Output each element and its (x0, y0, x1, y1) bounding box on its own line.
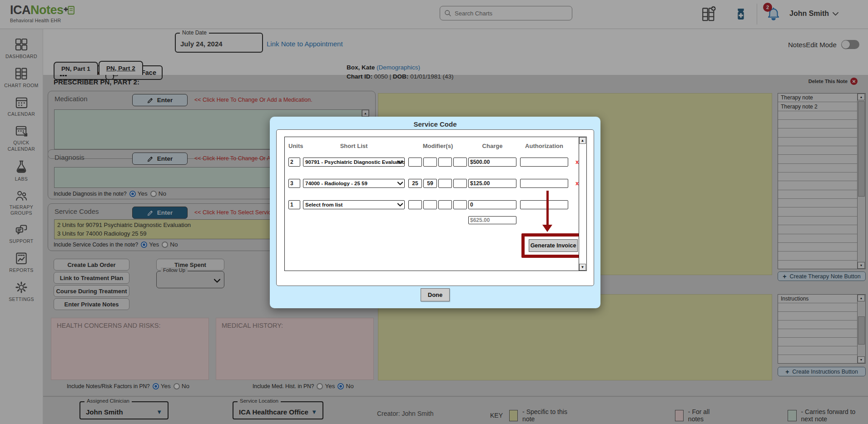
annotation-arrow-line (546, 191, 549, 225)
charge-input[interactable] (468, 179, 516, 188)
chevron-down-icon (397, 160, 403, 164)
service-code-row: 90791 - Psychiatric Diagnostic Evaluatio… (285, 158, 586, 167)
col-modifiers: Modifier(s) (408, 143, 467, 149)
col-short-list: Short List (303, 143, 405, 149)
modifier-input[interactable] (453, 179, 467, 188)
chevron-down-icon (397, 181, 403, 186)
modifier-input[interactable] (408, 158, 422, 167)
authorization-input[interactable] (520, 200, 568, 209)
service-code-table: Units Short List Modifier(s) Charge Auth… (284, 137, 587, 271)
icanotes-app: ICANotes Behavioral Health EHR (0, 0, 868, 424)
charge-input[interactable] (468, 158, 516, 167)
col-units: Units (288, 143, 302, 149)
chevron-down-icon (397, 202, 403, 207)
service-code-row: Select from list (285, 200, 586, 209)
modal-table-scrollbar[interactable]: ▲ ▼ (579, 137, 586, 271)
modifier-input[interactable] (423, 200, 437, 209)
short-list-select[interactable]: 90791 - Psychiatric Diagnostic Evaluatio… (303, 158, 405, 167)
scroll-up-icon[interactable]: ▲ (579, 137, 586, 144)
annotation-highlight-box: Generate Invoice (521, 233, 585, 258)
service-code-row: 74000 - Radiology - 25 59 x (285, 179, 586, 188)
units-input[interactable] (288, 200, 300, 209)
modal-title: Service Code (270, 120, 600, 128)
modifier-input[interactable] (453, 200, 467, 209)
charge-input[interactable] (468, 200, 516, 209)
short-list-select[interactable]: 74000 - Radiology - 25 59 (303, 179, 405, 188)
modifier-input[interactable] (438, 158, 452, 167)
scroll-down-icon[interactable]: ▼ (579, 264, 586, 271)
units-input[interactable] (288, 158, 300, 167)
modifier-input[interactable] (408, 179, 422, 188)
modifier-input[interactable] (423, 158, 437, 167)
modifier-input[interactable] (423, 179, 437, 188)
annotation-arrow-head (542, 225, 552, 232)
modifier-input[interactable] (408, 200, 422, 209)
col-charge: Charge (468, 143, 516, 149)
col-authorization: Authorization (520, 143, 568, 149)
modifier-input[interactable] (438, 179, 452, 188)
total-charge-field (468, 216, 516, 224)
service-code-modal: Service Code Units Short List Modifier(s… (270, 117, 600, 308)
generate-invoice-button[interactable]: Generate Invoice (529, 239, 578, 252)
authorization-input[interactable] (520, 179, 568, 188)
units-input[interactable] (288, 179, 300, 188)
authorization-input[interactable] (520, 158, 568, 167)
short-list-select[interactable]: Select from list (303, 200, 405, 209)
modal-panel: Units Short List Modifier(s) Charge Auth… (276, 129, 594, 286)
modifier-input[interactable] (438, 200, 452, 209)
modifier-input[interactable] (453, 158, 467, 167)
done-button[interactable]: Done (421, 288, 450, 301)
